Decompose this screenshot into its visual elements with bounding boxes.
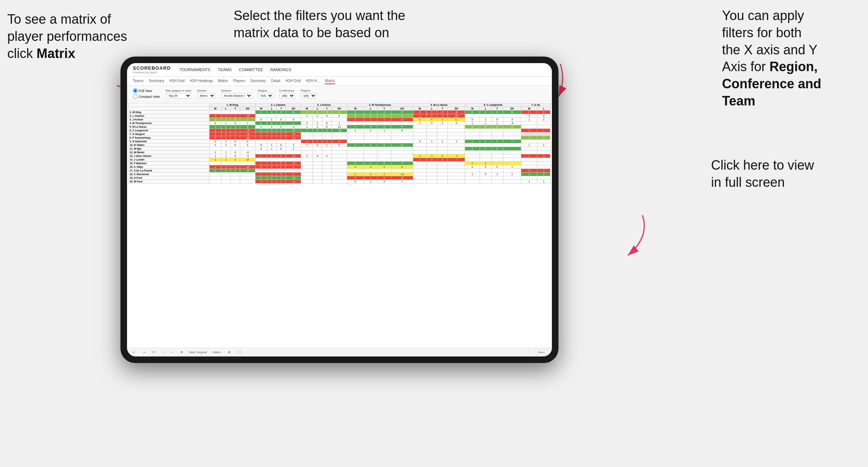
grid-view-button[interactable]: ⊞ — [227, 350, 232, 355]
subnav-detail[interactable]: Detail — [271, 78, 281, 84]
subnav-h2h-h[interactable]: H2H H... — [306, 78, 320, 84]
cell-12-1-2: 0 — [276, 154, 286, 158]
sh-t-2: T — [276, 107, 286, 111]
cell-14-3-3: -7 — [391, 162, 413, 165]
cell-8-1-2 — [276, 140, 286, 143]
cell-14-3-2: 0 — [377, 162, 391, 165]
cell-11-0-0: 1 — [210, 151, 221, 154]
sh-w-5: W — [413, 107, 426, 111]
subnav-summary2[interactable]: Summary — [250, 78, 266, 84]
subnav-players[interactable]: Players — [233, 78, 245, 84]
filter-region[interactable]: Region N/A — [258, 89, 273, 99]
filter-max-players[interactable]: Max players in view Top 25 — [166, 89, 191, 99]
refresh-button[interactable]: ⟳ — [151, 350, 157, 355]
cell-15-5-0: 0 — [465, 165, 480, 169]
sh-t-1: T — [231, 107, 240, 111]
cell-12-4-3: -1 — [448, 154, 465, 158]
cell-6-1-1: 2 — [267, 132, 277, 136]
undo-button[interactable]: ↩ — [131, 350, 137, 355]
max-players-select[interactable]: Top 25 — [166, 93, 191, 99]
sh-w-2: W — [255, 107, 267, 111]
cell-10-0-1 — [221, 147, 231, 151]
cell-17-6-0: 4 — [521, 173, 537, 176]
cell-6-5-1 — [480, 132, 491, 136]
cell-17-2-2 — [322, 173, 332, 176]
filter-players[interactable]: Players (All) — [301, 89, 316, 99]
cell-0-5-3: 13 — [503, 111, 521, 114]
cell-15-0-2: 0 — [231, 165, 240, 169]
cell-3-4-0: 1 — [413, 121, 426, 125]
watch-button[interactable]: Watch — [211, 350, 222, 355]
subnav-teams[interactable]: Teams — [133, 78, 143, 84]
cell-14-1-1: 1 — [267, 162, 277, 165]
cell-11-0-3: -6 — [240, 151, 256, 154]
division-select[interactable]: NCAA Division I — [221, 93, 252, 99]
sh-dif-5: Dif — [448, 107, 465, 111]
cell-5-2-1: 0 — [313, 129, 322, 132]
cell-14-0-1 — [221, 162, 231, 165]
subnav-matrix1[interactable]: Matrix — [218, 78, 228, 84]
cell-4-0-1: 0 — [221, 125, 231, 129]
cell-8-2-1: 1 — [313, 140, 322, 143]
cell-14-4-0 — [413, 162, 426, 165]
nav-teams[interactable]: TEAMS — [218, 67, 232, 72]
region-label: Region — [258, 89, 273, 92]
cell-5-4-2 — [437, 129, 448, 132]
subnav-summary1[interactable]: Summary — [149, 78, 164, 84]
matrix-row-header-15: 16. K Vilips — [129, 165, 210, 169]
nav-committee[interactable]: COMMITTEE — [239, 67, 263, 72]
fullscreen-button[interactable]: ⛶ — [237, 350, 242, 355]
filter-conference[interactable]: Conference (All) — [279, 89, 295, 99]
sh-t-6: T — [491, 107, 503, 111]
full-view-label[interactable]: Full View — [133, 88, 160, 93]
players-select[interactable]: (All) — [301, 93, 316, 99]
subnav-h2h-grid[interactable]: H2H Grid — [169, 78, 185, 84]
compact-view-label[interactable]: Compact View — [133, 94, 160, 99]
cell-8-2-3: 9 — [331, 140, 347, 143]
cell-16-3-3 — [391, 169, 413, 173]
col-header-4: 4. M Thorbjornsen — [347, 103, 413, 107]
ann-right-line3: the X axis and Y — [722, 42, 818, 57]
full-view-radio[interactable] — [133, 88, 138, 93]
share-button[interactable]: Share — [535, 350, 548, 355]
sh-w-7: W — [521, 107, 537, 111]
cell-8-4-1: 1 — [426, 140, 437, 143]
zoom-in-button[interactable]: + — [170, 350, 175, 355]
subnav-h2h-heatmap[interactable]: H2H Heatmap — [190, 78, 213, 84]
compact-view-radio[interactable] — [133, 94, 138, 99]
zoom-out-button[interactable]: − — [161, 350, 166, 355]
sub-nav[interactable]: Teams Summary H2H Grid H2H Heatmap Matri… — [127, 77, 552, 86]
cell-4-3-2: 0 — [377, 125, 391, 129]
cell-17-0-1 — [221, 173, 231, 176]
region-select[interactable]: N/A — [258, 93, 273, 99]
cell-17-3-0: 2 — [347, 173, 364, 176]
cell-8-4-3: 1 — [448, 140, 465, 143]
matrix-area[interactable]: 1. W Ding 2. L Clanton 3. J Koivun 4. M … — [127, 101, 552, 348]
cell-15-5-1: 5 — [480, 165, 491, 169]
conference-select[interactable]: (All) — [279, 93, 295, 99]
cell-13-2-0 — [301, 158, 313, 162]
settings-button[interactable]: ⚙ — [179, 350, 184, 355]
cell-12-6-0: 1 — [521, 154, 537, 158]
cell-12-5-1 — [480, 154, 491, 158]
subnav-h2h-grid2[interactable]: H2H Grid — [285, 78, 301, 84]
cell-3-0-2: 0 — [231, 121, 240, 125]
cell-19-6-1: 1 — [537, 180, 550, 184]
cell-10-1-3: 1 — [286, 147, 301, 151]
cell-8-3-1 — [364, 140, 377, 143]
redo-button[interactable]: ↪ — [141, 350, 147, 355]
cell-1-5-0 — [465, 114, 480, 118]
cell-14-3-0: 4 — [347, 162, 364, 165]
filter-gender[interactable]: Gender Men's — [197, 89, 215, 99]
cell-3-1-0: 1 — [255, 121, 267, 125]
filter-division[interactable]: Division NCAA Division I — [221, 89, 252, 99]
nav-links[interactable]: TOURNAMENTS TEAMS COMMITTEE RANKINGS — [180, 67, 291, 72]
nav-tournaments[interactable]: TOURNAMENTS — [180, 67, 211, 72]
view-options[interactable]: Full View Compact View — [133, 88, 160, 99]
nav-rankings[interactable]: RANKINGS — [270, 67, 291, 72]
subnav-matrix2[interactable]: Matrix — [325, 78, 335, 84]
sh-w-4: W — [347, 107, 364, 111]
gender-select[interactable]: Men's — [197, 93, 215, 99]
cell-11-4-0 — [413, 151, 426, 154]
matrix-subheader-empty — [129, 107, 210, 111]
